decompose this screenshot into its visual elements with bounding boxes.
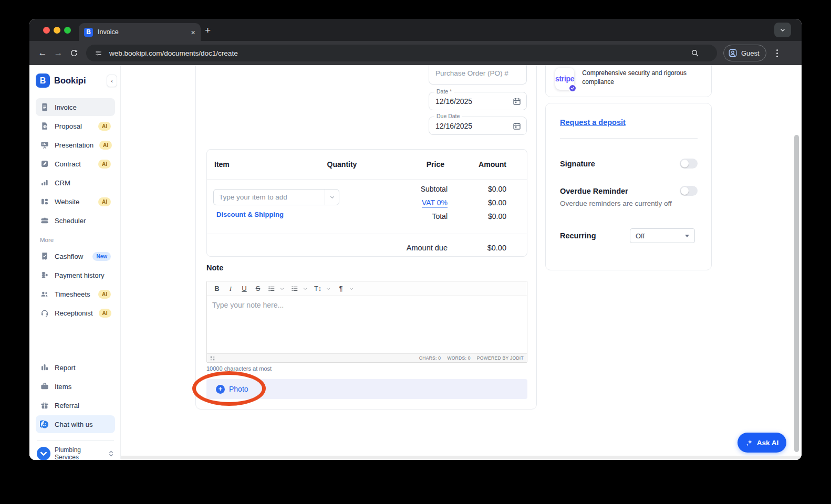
back-button[interactable]: ←	[35, 48, 50, 58]
item-dropdown-button[interactable]	[325, 190, 339, 205]
sidebar-item-referral[interactable]: Referral	[36, 396, 115, 414]
col-header-item: Item	[214, 160, 303, 169]
ordered-list-button[interactable]	[289, 283, 300, 295]
vat-link[interactable]: VAT 0%	[422, 198, 448, 208]
url-bar[interactable]: web.bookipi.com/documents/doc1/create	[86, 45, 717, 61]
new-badge: New	[92, 252, 111, 261]
add-item-combobox[interactable]	[213, 189, 339, 205]
font-size-dropdown[interactable]	[326, 284, 333, 293]
sidebar-item-contract[interactable]: Contract AI	[36, 155, 115, 173]
amount-due-value: $0.00	[448, 244, 506, 252]
date-value[interactable]: 12/16/2025	[435, 97, 513, 106]
ordered-list-dropdown[interactable]	[303, 284, 310, 293]
org-name: Plumbing Services	[55, 446, 104, 460]
jodit-about-icon[interactable]	[210, 356, 215, 361]
invoice-card: Date * 12/16/2025 Due Date 12/16/2025 It…	[195, 65, 537, 410]
calendar-icon[interactable]	[513, 122, 521, 130]
underline-button[interactable]: U	[238, 283, 250, 295]
minimize-window-button[interactable]	[54, 27, 60, 34]
editor-toolbar: B I U S T↕ ¶	[207, 281, 527, 296]
po-number-field[interactable]	[429, 65, 527, 85]
recurring-select[interactable]: Off	[630, 228, 695, 243]
sidebar-item-items[interactable]: Items	[36, 377, 115, 395]
profile-button[interactable]: Guest	[723, 45, 766, 61]
page-scrollbar[interactable]	[794, 135, 799, 452]
chevron-down-icon	[329, 194, 335, 200]
maximize-window-button[interactable]	[64, 27, 71, 34]
subtotal-value: $0.00	[448, 185, 506, 193]
sidebar-item-label: CRM	[55, 179, 111, 187]
sidebar-collapse-button[interactable]: ‹	[107, 75, 117, 87]
proposal-icon	[40, 122, 49, 131]
overdue-toggle[interactable]	[680, 186, 698, 196]
guest-avatar-icon	[728, 48, 737, 58]
calendar-icon[interactable]	[513, 97, 521, 106]
stripe-description: Comprehensive security and rigorous comp…	[582, 68, 701, 87]
strikethrough-button[interactable]: S	[252, 283, 264, 295]
signature-toggle[interactable]	[680, 159, 698, 169]
paragraph-dropdown[interactable]	[349, 284, 356, 293]
browser-menu-button[interactable]	[772, 49, 783, 57]
note-input[interactable]: Type your note here...	[207, 296, 527, 353]
sidebar-item-label: Report	[55, 364, 111, 372]
subtotal-label: Subtotal	[349, 185, 448, 193]
close-tab-icon[interactable]: ×	[191, 28, 195, 37]
bullet-list-button[interactable]	[266, 283, 277, 295]
sidebar-item-label: Proposal	[55, 122, 92, 130]
ai-badge: AI	[98, 122, 111, 131]
discount-shipping-link[interactable]: Discount & Shipping	[216, 211, 284, 218]
sidebar-item-report[interactable]: Report	[36, 359, 115, 376]
stripe-card: stripe Comprehensive security and rigoro…	[545, 65, 712, 97]
request-deposit-link[interactable]: Request a deposit	[560, 118, 626, 127]
items-table-header: Item Quantity Price Amount	[207, 150, 527, 180]
sidebar-item-timesheets[interactable]: Timesheets AI	[36, 285, 115, 303]
bold-button[interactable]: B	[211, 283, 223, 295]
crm-icon	[40, 178, 49, 187]
timesheets-icon	[40, 290, 49, 299]
overdue-subtext: Overdue reminders are currently off	[560, 200, 672, 207]
due-date-field[interactable]: Due Date 12/16/2025	[429, 117, 527, 135]
sidebar-item-presentation[interactable]: Presentation AI	[36, 136, 115, 154]
italic-button[interactable]: I	[225, 283, 236, 295]
subtotal-row: Subtotal $0.00	[349, 182, 506, 196]
recurring-row: Recurring Off	[560, 228, 695, 243]
reload-icon	[70, 49, 78, 57]
due-date-value[interactable]: 12/16/2025	[435, 122, 513, 130]
sidebar-item-receptionist[interactable]: Receptionist AI	[36, 304, 115, 322]
chars-count: CHARS: 0	[419, 355, 441, 361]
site-settings-icon[interactable]	[92, 47, 104, 59]
sidebar-item-scheduler[interactable]: Scheduler	[36, 212, 115, 229]
bullet-list-dropdown[interactable]	[279, 284, 287, 293]
forward-button[interactable]: →	[50, 48, 66, 58]
sidebar-item-crm[interactable]: CRM	[36, 174, 115, 192]
tab-search-button[interactable]	[774, 23, 791, 37]
sidebar-item-payment-history[interactable]: Payment history	[36, 266, 115, 284]
date-field[interactable]: Date * 12/16/2025	[429, 92, 527, 110]
browser-tab-invoice[interactable]: B Invoice ×	[79, 23, 201, 41]
sidebar-item-chat-with-us[interactable]: Chat with us	[36, 415, 115, 433]
font-size-button[interactable]: T↕	[312, 283, 324, 295]
url-text[interactable]: web.bookipi.com/documents/doc1/create	[109, 49, 685, 57]
org-switcher[interactable]: Plumbing Services	[36, 446, 115, 460]
due-date-label: Due Date	[434, 113, 462, 119]
overdue-label: Overdue Reminder	[560, 187, 628, 195]
sidebar-divider	[37, 440, 114, 441]
sidebar: B Bookipi ‹ Invoice Proposal AI Presenta…	[29, 65, 121, 460]
new-tab-button[interactable]: +	[205, 25, 211, 35]
sidebar-item-cashflow[interactable]: Cashflow New	[36, 247, 115, 265]
ask-ai-button[interactable]: Ask AI	[737, 433, 786, 453]
close-window-button[interactable]	[43, 27, 50, 34]
search-icon[interactable]	[691, 49, 699, 57]
sidebar-item-proposal[interactable]: Proposal AI	[36, 117, 115, 135]
paragraph-button[interactable]: ¶	[335, 283, 347, 295]
po-number-input[interactable]	[429, 69, 526, 77]
sidebar-item-website[interactable]: Website AI	[36, 193, 115, 211]
signature-row: Signature	[560, 159, 698, 169]
add-item-input[interactable]	[214, 193, 325, 201]
sidebar-item-invoice[interactable]: Invoice	[36, 98, 115, 116]
payment-history-icon	[40, 271, 49, 280]
sidebar-item-label: Scheduler	[55, 217, 111, 225]
options-card: Request a deposit Signature Overdue Remi…	[545, 103, 712, 270]
sidebar-item-label: Items	[55, 383, 111, 391]
reload-button[interactable]	[66, 49, 82, 57]
